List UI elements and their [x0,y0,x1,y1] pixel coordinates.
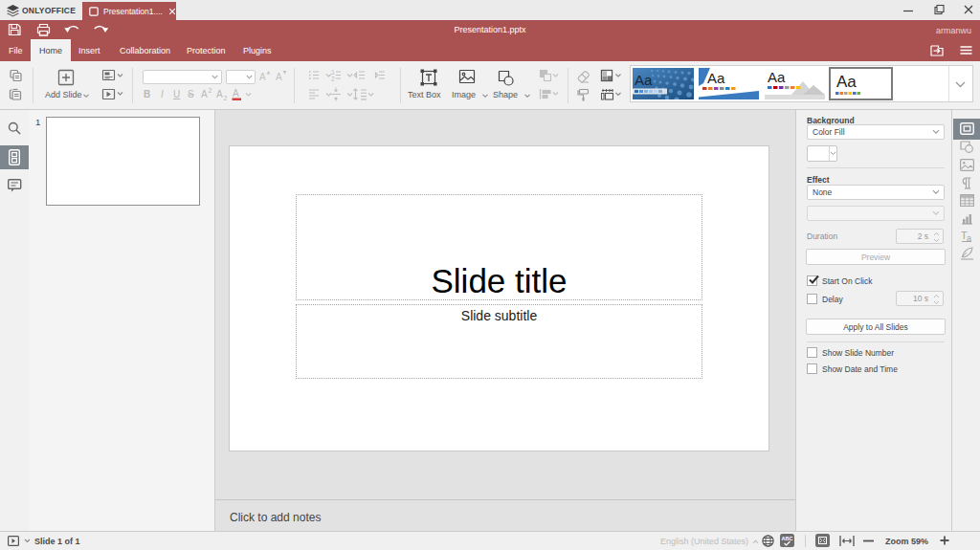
svg-text:2: 2 [209,87,212,94]
svg-text:U: U [173,89,180,99]
svg-text:1: 1 [331,69,335,76]
svg-text:I: I [161,89,164,99]
svg-text:Aa: Aa [768,69,786,85]
svg-text:A: A [276,72,282,82]
svg-text:A: A [201,89,208,99]
svg-text:ABC: ABC [782,536,793,541]
svg-text:S: S [188,89,194,99]
svg-text:Aa: Aa [707,70,725,86]
svg-text:A: A [216,89,223,99]
svg-text:Aa: Aa [836,73,857,91]
svg-text:B: B [144,89,150,99]
svg-text:2: 2 [224,95,228,101]
svg-text:A: A [259,72,266,82]
svg-text:2: 2 [331,76,335,82]
svg-text:A: A [233,88,239,99]
svg-text:Aa: Aa [635,72,653,88]
